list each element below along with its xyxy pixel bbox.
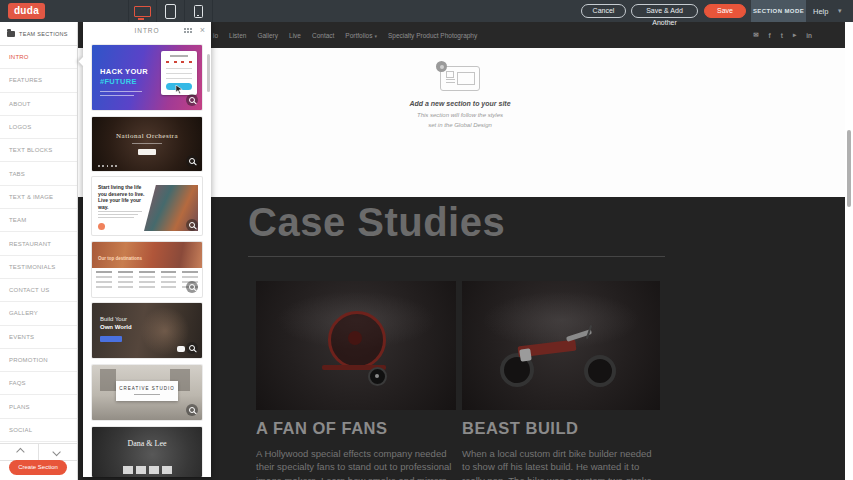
page-scrollbar [845, 22, 853, 480]
sidebar-item-about[interactable]: ABOUT [0, 93, 77, 116]
case-image-dirt-bike [462, 281, 660, 410]
template-thumb-hack-your-future[interactable]: HACK YOUR #FUTURE [92, 45, 202, 110]
folder-icon [7, 31, 15, 37]
magnifier-icon[interactable] [186, 342, 198, 354]
sidebar-item-restaurant[interactable]: RESTAURANT [0, 232, 77, 255]
magnifier-icon[interactable] [186, 404, 198, 416]
duda-logo[interactable]: duda [8, 3, 45, 19]
nav-item-live[interactable]: Live [289, 32, 301, 39]
sidebar-item-tabs[interactable]: TABS [0, 162, 77, 185]
thumb-heading: CREATIVE STUDIO [116, 386, 178, 391]
case-title: BEAST BUILD [462, 419, 660, 438]
dropzone-line1: This section will follow the styles [417, 112, 503, 118]
sidebar-item-contact-us[interactable]: CONTACT US [0, 279, 77, 302]
case-image-fan-machine [256, 281, 456, 410]
case-text: A Hollywood special effects company need… [256, 447, 456, 480]
magnifier-icon[interactable] [186, 155, 198, 167]
nav-portfolios-label: Portfolios [345, 32, 372, 39]
sidebar-item-logos[interactable]: LOGOS [0, 116, 77, 139]
nav-item-contact[interactable]: Contact [312, 32, 334, 39]
email-icon[interactable]: ✉ [753, 31, 758, 39]
nav-item-brand[interactable]: Specialty Product Photography [388, 32, 477, 39]
thumb-heading: Start living the life you deserve to liv… [98, 184, 146, 210]
thumb-heading: National Orchestra [92, 132, 202, 140]
save-and-add-another-button[interactable]: Save & Add Another [631, 4, 698, 18]
phone-icon [194, 5, 203, 18]
add-section-dropzone[interactable]: Add a new section to your site This sect… [400, 66, 520, 130]
sidebar-item-text-blocks[interactable]: TEXT BLOCKS [0, 139, 77, 162]
sidebar-item-text-image[interactable]: TEXT & IMAGE [0, 186, 77, 209]
accent-dot-icon [98, 223, 105, 230]
desktop-view-button[interactable] [128, 0, 156, 22]
template-thumb-top-destinations[interactable]: Our top destinations [92, 242, 202, 297]
sidebar-header-label: TEAM SECTIONS [19, 31, 68, 37]
mobile-view-button[interactable] [184, 0, 213, 22]
destinations-table [96, 271, 198, 288]
sidebar-header: TEAM SECTIONS [0, 22, 77, 46]
gallery-thumbnails [92, 466, 202, 474]
thumb-signup-form [161, 51, 197, 95]
magnifier-icon[interactable] [186, 219, 198, 231]
nav-item-gallery[interactable]: Gallery [257, 32, 278, 39]
intro-templates-panel: INTRO × HACK YOUR #FUTURE National Orche… [83, 22, 211, 477]
sidebar-item-intro[interactable]: INTRO [0, 46, 77, 69]
nav-item-partial[interactable]: io [213, 32, 218, 39]
scrollbar-thumb[interactable] [847, 130, 851, 207]
twitter-icon[interactable]: t [781, 32, 783, 39]
device-switcher [128, 0, 213, 22]
sidebar-item-promotion[interactable]: PROMOTION [0, 349, 77, 372]
thumb-heading: Build Your [100, 316, 127, 322]
social-icons: ✉ f t ▸ in [753, 22, 812, 48]
chat-bubble-icon [177, 346, 185, 352]
sidebar-item-events[interactable]: EVENTS [0, 326, 77, 349]
sidebar-item-faqs[interactable]: FAQS [0, 372, 77, 395]
sidebar-item-plans[interactable]: PLANS [0, 395, 77, 418]
panel-scrollbar-thumb[interactable] [207, 54, 210, 92]
case-card-fan[interactable]: A FAN OF FANS A Hollywood special effect… [256, 281, 456, 480]
slider-dots [98, 165, 117, 167]
thumb-heading: Dana & Lee [92, 439, 202, 448]
cancel-button[interactable]: Cancel [581, 4, 626, 18]
thumb-heading: Our top destinations [98, 256, 142, 261]
sidebar-item-team[interactable]: TEAM [0, 209, 77, 232]
magnifier-icon[interactable] [186, 94, 198, 106]
chevron-down-icon [52, 448, 60, 456]
facebook-icon[interactable]: f [769, 32, 771, 39]
site-nav-links: io Listen Gallery Live Contact Portfolio… [213, 22, 477, 48]
thumb-card: CREATIVE STUDIO [116, 381, 178, 401]
scroll-up-button[interactable] [0, 444, 39, 460]
desktop-icon [134, 6, 151, 17]
grid-view-icon[interactable] [184, 28, 192, 34]
chevron-down-icon[interactable]: ▾ [838, 7, 842, 15]
nav-item-listen[interactable]: Listen [229, 32, 246, 39]
template-thumb-start-living[interactable]: Start living the life you deserve to liv… [92, 177, 202, 235]
template-thumb-build-your-own-world[interactable]: Build Your Own World [92, 303, 202, 358]
save-button[interactable]: Save [704, 4, 746, 18]
close-icon[interactable]: × [200, 25, 205, 35]
create-section-button[interactable]: Create Section [9, 460, 67, 475]
editor-toolbar: duda Cancel Save & Add Another Save SECT… [0, 0, 853, 22]
tablet-view-button[interactable] [156, 0, 184, 22]
panel-header: INTRO × [83, 22, 211, 39]
sidebar-item-testimonials[interactable]: TESTIMONIALS [0, 256, 77, 279]
sidebar-item-gallery[interactable]: GALLERY [0, 302, 77, 325]
thumb-heading2: #FUTURE [100, 77, 137, 86]
youtube-icon[interactable]: ▸ [793, 31, 796, 39]
template-thumb-creative-studio[interactable]: CREATIVE STUDIO [92, 365, 202, 420]
section-mode-badge: SECTION MODE [751, 0, 806, 22]
thumb-cta-button [100, 336, 122, 342]
tablet-icon [165, 4, 176, 19]
sidebar-item-social[interactable]: SOCIAL [0, 419, 77, 442]
nav-item-portfolios[interactable]: Portfolios▾ [345, 32, 377, 39]
sections-sidebar: TEAM SECTIONS INTRO FEATURES ABOUT LOGOS… [0, 22, 78, 480]
thumb-button [138, 149, 156, 155]
scroll-down-button[interactable] [39, 444, 77, 460]
case-card-bike[interactable]: BEAST BUILD When a local custom dirt bik… [462, 281, 660, 480]
heading-divider [248, 256, 665, 257]
sidebar-item-features[interactable]: FEATURES [0, 69, 77, 92]
help-menu[interactable]: Help [813, 7, 828, 16]
template-thumb-dana-and-lee[interactable]: Dana & Lee [92, 427, 202, 477]
linkedin-icon[interactable]: in [806, 32, 812, 39]
magnifier-icon[interactable] [186, 281, 198, 293]
template-thumb-national-orchestra[interactable]: National Orchestra [92, 117, 202, 171]
